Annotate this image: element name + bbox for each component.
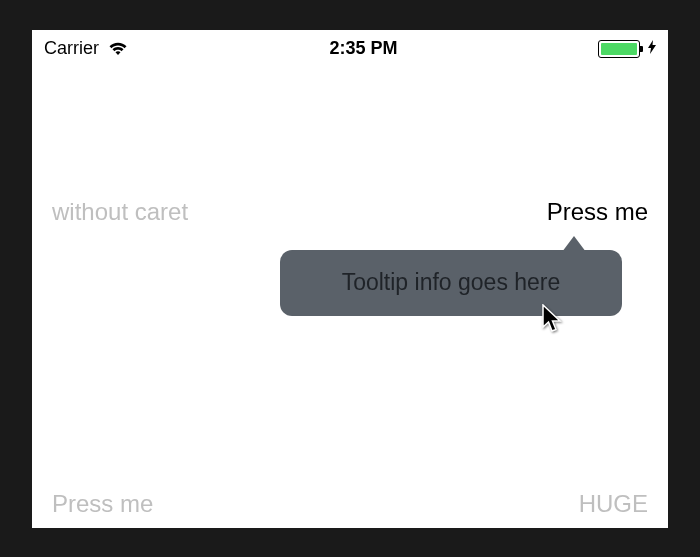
content-area: without caret Press me Tooltip info goes…	[32, 68, 668, 528]
charging-icon	[648, 40, 656, 57]
tooltip: Tooltip info goes here	[280, 250, 622, 316]
battery-icon	[598, 40, 640, 58]
press-me-button-top[interactable]: Press me	[547, 198, 648, 226]
battery-fill	[601, 43, 637, 55]
carrier-label: Carrier	[44, 38, 99, 59]
without-caret-label: without caret	[52, 198, 188, 226]
wifi-icon	[107, 41, 129, 57]
status-left: Carrier	[44, 38, 129, 59]
phone-screen: Carrier 2:35 PM without caret Press me	[32, 30, 668, 528]
huge-button[interactable]: HUGE	[579, 490, 648, 518]
row-2: Press me HUGE	[32, 490, 668, 518]
status-right	[598, 40, 656, 58]
status-bar: Carrier 2:35 PM	[32, 30, 668, 68]
tooltip-text: Tooltip info goes here	[342, 269, 561, 296]
status-time: 2:35 PM	[329, 38, 397, 59]
press-me-button-bottom[interactable]: Press me	[52, 490, 153, 518]
row-1: without caret Press me	[32, 198, 668, 226]
